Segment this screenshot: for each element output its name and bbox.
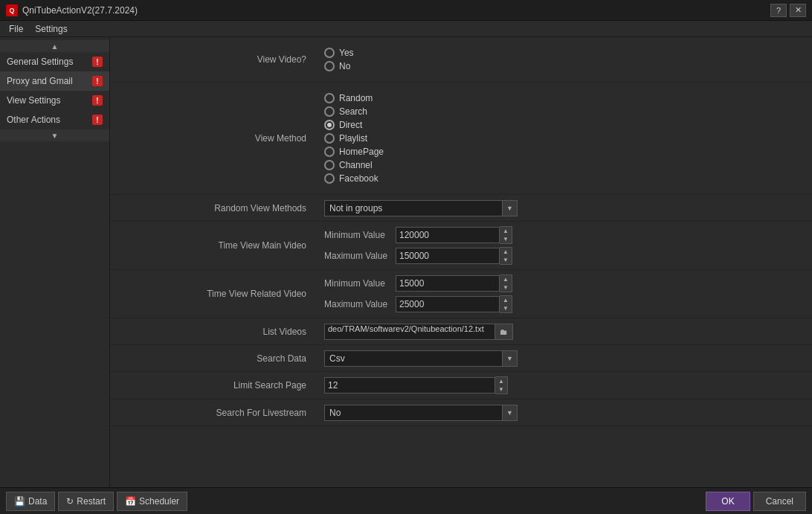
scheduler-button[interactable]: 📅 Scheduler	[117, 492, 187, 511]
help-button[interactable]: ?	[770, 4, 787, 17]
radio-channel[interactable]: Channel	[324, 160, 806, 170]
time-related-min-label: Minimum Value	[324, 278, 391, 289]
sidebar-badge-other: !	[92, 115, 103, 125]
radio-label-playlist: Playlist	[339, 133, 367, 144]
search-livestream-label: Search For Livestream	[110, 399, 318, 425]
data-icon: 💾	[14, 496, 25, 507]
sidebar-label-proxy: Proxy and Gmail	[7, 76, 73, 86]
time-related-min-up[interactable]: ▲	[500, 275, 512, 283]
search-livestream-section: Search For Livestream No ▼	[110, 399, 812, 426]
search-livestream-dropdown-btn[interactable]: ▼	[502, 405, 517, 420]
time-main-min-input[interactable]	[396, 227, 500, 243]
time-main-min-spinbox: ▲ ▼	[396, 226, 512, 244]
time-related-max-label: Maximum Value	[324, 299, 391, 309]
list-videos-input[interactable]: deo/TRAM/softwarev2/Qnitubeaction/12.txt	[324, 324, 495, 340]
time-main-max-input[interactable]	[396, 248, 500, 264]
time-main-max-arrows: ▲ ▼	[500, 247, 512, 265]
sidebar-item-other-actions[interactable]: Other Actions !	[0, 110, 109, 129]
random-view-dropdown[interactable]: Not in groups ▼	[324, 200, 518, 216]
random-view-controls: Not in groups ▼	[318, 195, 812, 221]
radio-label-direct: Direct	[339, 120, 362, 130]
sidebar-label-other: Other Actions	[7, 115, 60, 125]
ok-button[interactable]: OK	[706, 492, 750, 511]
limit-search-input[interactable]	[324, 377, 495, 393]
radio-yes-label: Yes	[339, 48, 354, 58]
radio-facebook[interactable]: Facebook	[324, 173, 806, 184]
random-view-label: Random View Methods	[110, 195, 318, 221]
time-related-min-input[interactable]	[396, 275, 500, 292]
time-main-min-container: Minimum Value ▲ ▼	[324, 226, 806, 244]
time-view-main-section: Time View Main Video Minimum Value ▲ ▼ M…	[110, 222, 812, 270]
radio-random[interactable]: Random	[324, 93, 806, 103]
menu-bar: File Settings	[0, 21, 812, 37]
limit-search-arrows: ▲ ▼	[495, 376, 508, 394]
time-view-main-label: Time View Main Video	[110, 222, 318, 269]
close-button[interactable]: ✕	[790, 4, 806, 17]
search-data-value: Csv	[325, 353, 502, 364]
time-main-max-down[interactable]: ▼	[500, 256, 512, 264]
time-view-main-controls: Minimum Value ▲ ▼ Maximum Value	[318, 222, 812, 269]
radio-btn-direct[interactable]	[324, 120, 335, 130]
radio-label-facebook: Facebook	[339, 173, 378, 184]
content-area: View Video? Yes No View Method	[110, 37, 812, 487]
restart-icon: ↻	[66, 496, 74, 507]
menu-file[interactable]: File	[3, 22, 29, 36]
time-main-min-up[interactable]: ▲	[500, 227, 512, 235]
menu-settings[interactable]: Settings	[29, 22, 73, 36]
radio-yes[interactable]: Yes	[324, 48, 806, 58]
time-main-max-label: Maximum Value	[324, 251, 391, 261]
radio-btn-search[interactable]	[324, 106, 335, 117]
sidebar-scroll-up[interactable]: ▲	[0, 40, 109, 52]
time-related-max-arrows: ▲ ▼	[500, 295, 512, 313]
radio-btn-playlist[interactable]	[324, 133, 335, 144]
app-icon: Q	[6, 4, 18, 16]
time-related-max-up[interactable]: ▲	[500, 296, 512, 304]
search-livestream-dropdown[interactable]: No ▼	[324, 405, 518, 421]
limit-search-up[interactable]: ▲	[495, 377, 507, 385]
time-related-max-input[interactable]	[396, 296, 500, 312]
radio-label-random: Random	[339, 93, 373, 103]
limit-search-down[interactable]: ▼	[495, 385, 507, 393]
radio-no[interactable]: No	[324, 61, 806, 71]
time-related-max-container: Maximum Value ▲ ▼	[324, 295, 806, 313]
search-data-dropdown[interactable]: Csv ▼	[324, 350, 518, 367]
radio-playlist[interactable]: Playlist	[324, 133, 806, 144]
radio-btn-random[interactable]	[324, 93, 335, 103]
view-video-label: View Video?	[110, 37, 318, 82]
limit-search-section: Limit Search Page ▲ ▼	[110, 372, 812, 399]
limit-search-spinbox: ▲ ▼	[324, 376, 508, 394]
random-view-dropdown-btn[interactable]: ▼	[502, 201, 517, 216]
sidebar-item-proxy-gmail[interactable]: Proxy and Gmail !	[0, 71, 109, 91]
sidebar-item-view-settings[interactable]: View Settings !	[0, 91, 109, 110]
restart-button[interactable]: ↻ Restart	[58, 492, 114, 511]
time-main-min-down[interactable]: ▼	[500, 235, 512, 243]
view-video-radio-group: Yes No	[324, 42, 806, 77]
restart-label: Restart	[77, 496, 106, 507]
bottom-bar: 💾 Data ↻ Restart 📅 Scheduler OK Cancel	[0, 487, 812, 514]
random-view-section: Random View Methods Not in groups ▼	[110, 195, 812, 222]
cancel-button[interactable]: Cancel	[753, 492, 806, 511]
view-method-radio-group: RandomSearchDirectPlaylistHomePageChanne…	[324, 87, 806, 190]
time-main-max-up[interactable]: ▲	[500, 248, 512, 256]
title-bar-controls: ? ✕	[770, 4, 806, 17]
time-related-max-down[interactable]: ▼	[500, 304, 512, 312]
sidebar-item-general-settings[interactable]: General Settings !	[0, 52, 109, 71]
radio-homepage[interactable]: HomePage	[324, 147, 806, 157]
sidebar-scroll-down[interactable]: ▼	[0, 129, 109, 141]
list-videos-browse-btn[interactable]: 🖿	[495, 324, 513, 340]
radio-direct[interactable]: Direct	[324, 120, 806, 130]
radio-no-btn[interactable]	[324, 61, 335, 71]
limit-search-controls: ▲ ▼	[318, 372, 812, 399]
time-related-min-down[interactable]: ▼	[500, 283, 512, 292]
time-main-min-label: Minimum Value	[324, 230, 391, 240]
radio-btn-homepage[interactable]	[324, 147, 335, 157]
radio-search[interactable]: Search	[324, 106, 806, 117]
limit-search-label: Limit Search Page	[110, 372, 318, 399]
radio-yes-btn[interactable]	[324, 48, 335, 58]
sidebar-badge-view: !	[92, 95, 103, 106]
data-button[interactable]: 💾 Data	[6, 492, 55, 511]
search-data-dropdown-btn[interactable]: ▼	[502, 351, 517, 366]
time-view-related-label: Time View Related Video	[110, 270, 318, 318]
radio-btn-facebook[interactable]	[324, 173, 335, 184]
radio-btn-channel[interactable]	[324, 160, 335, 170]
